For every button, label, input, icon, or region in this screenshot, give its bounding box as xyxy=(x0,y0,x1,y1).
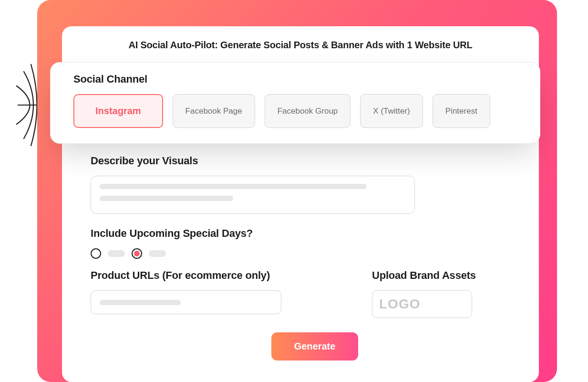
special-days-option-1[interactable] xyxy=(132,248,142,259)
channel-facebook-page[interactable]: Facebook Page xyxy=(173,94,255,128)
brand-assets-upload[interactable]: LOGO xyxy=(372,290,472,318)
placeholder-line xyxy=(100,184,367,189)
placeholder-line xyxy=(100,196,233,201)
special-days-label: Include Upcoming Special Days? xyxy=(91,227,539,240)
visuals-label: Describe your Visuals xyxy=(91,155,539,167)
special-days-option-0[interactable] xyxy=(91,248,101,259)
page-title: AI Social Auto-Pilot: Generate Social Po… xyxy=(78,40,523,51)
channel-instagram[interactable]: Instagram xyxy=(73,94,163,128)
product-urls-label: Product URLs (For ecommerce only) xyxy=(91,269,281,282)
form-body: Describe your Visuals Include Upcoming S… xyxy=(91,155,539,361)
product-urls-input[interactable] xyxy=(91,290,281,314)
channel-facebook-group[interactable]: Facebook Group xyxy=(265,94,351,128)
generate-row: Generate xyxy=(91,332,539,361)
channel-pinterest[interactable]: Pinterest xyxy=(433,94,490,128)
social-channel-row: Instagram Facebook Page Facebook Group X… xyxy=(73,94,525,128)
radio-label-placeholder xyxy=(149,250,166,257)
placeholder-line xyxy=(100,300,181,305)
social-channel-card: Social Channel Instagram Facebook Page F… xyxy=(50,62,540,144)
logo-placeholder: LOGO xyxy=(379,297,420,312)
radio-label-placeholder xyxy=(108,250,125,257)
two-column-row: Product URLs (For ecommerce only) Upload… xyxy=(91,269,539,318)
generate-button[interactable]: Generate xyxy=(271,332,359,361)
visuals-input[interactable] xyxy=(91,176,415,214)
channel-x-twitter[interactable]: X (Twitter) xyxy=(360,94,423,128)
special-days-radio-group xyxy=(91,248,539,259)
social-channel-label: Social Channel xyxy=(73,73,525,85)
brand-assets-label: Upload Brand Assets xyxy=(372,269,496,282)
